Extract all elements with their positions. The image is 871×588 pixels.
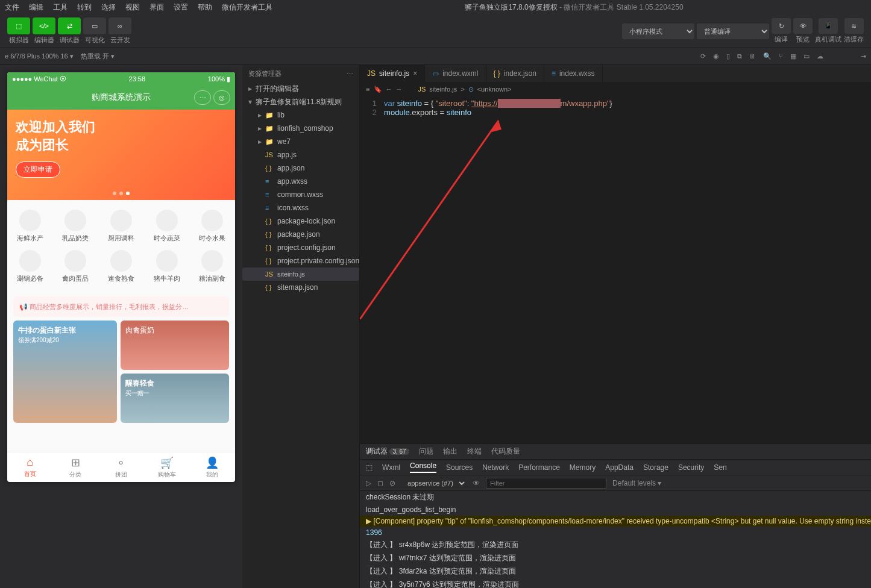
cloud-button[interactable]: ∞ bbox=[108, 17, 131, 34]
devtool-tab[interactable]: Network bbox=[482, 463, 509, 472]
promo-card[interactable]: 肉禽蛋奶 bbox=[121, 321, 229, 370]
menu-view[interactable]: 视图 bbox=[125, 2, 140, 13]
rotate-icon[interactable]: ▯ bbox=[726, 52, 730, 60]
category-item[interactable]: 粮油副食 bbox=[189, 246, 235, 287]
editor-tab[interactable]: ▭index.wxml bbox=[425, 65, 486, 82]
record-icon[interactable]: ◉ bbox=[713, 52, 719, 60]
panel-tab-terminal[interactable]: 终端 bbox=[467, 446, 482, 457]
tree-item[interactable]: { }project.private.config.json bbox=[242, 254, 359, 267]
category-item[interactable]: 涮锅必备 bbox=[7, 246, 53, 287]
inspect-icon[interactable]: ⬚ bbox=[366, 463, 373, 472]
devtool-tab[interactable]: Sources bbox=[446, 463, 473, 472]
close-icon[interactable]: × bbox=[413, 69, 417, 78]
filter-input[interactable] bbox=[486, 478, 606, 489]
collapse-icon[interactable]: ⇥ bbox=[861, 52, 866, 60]
search-icon[interactable]: 🔍 bbox=[763, 52, 772, 60]
console-clear-icon[interactable]: ⊘ bbox=[389, 479, 395, 487]
panel-tab-quality[interactable]: 代码质量 bbox=[491, 446, 520, 457]
panel-tab-debugger[interactable]: 调试器 3, 67 bbox=[366, 446, 409, 457]
banner[interactable]: 欢迎加入我们 成为团长 立即申请 bbox=[7, 110, 235, 200]
category-item[interactable]: 乳品奶类 bbox=[53, 206, 99, 246]
console-stop-icon[interactable]: ◻ bbox=[377, 479, 383, 487]
devtool-tab[interactable]: Security bbox=[678, 463, 704, 472]
simulator-button[interactable]: ⬚ bbox=[7, 17, 30, 34]
tree-item[interactable]: { }package-lock.json bbox=[242, 214, 359, 228]
menu-select[interactable]: 选择 bbox=[101, 2, 116, 13]
menu-goto[interactable]: 转到 bbox=[77, 2, 92, 13]
bc-bookmark-icon[interactable]: 🔖 bbox=[374, 86, 382, 93]
device-select[interactable]: e 6/7/8 Plus 100% 16 ▾ bbox=[5, 52, 74, 60]
context-select[interactable]: appservice (#7) bbox=[401, 478, 467, 489]
promo-card[interactable]: 牛排の蛋白新主张领券满200减20 bbox=[13, 321, 117, 423]
tabbar-item[interactable]: ⚬拼团 bbox=[98, 452, 144, 482]
devtool-tab[interactable]: Storage bbox=[643, 463, 668, 472]
devtool-tab[interactable]: Performance bbox=[518, 463, 560, 472]
editor-tab[interactable]: { }index.json bbox=[486, 65, 544, 82]
ext-icon[interactable]: ▦ bbox=[790, 52, 796, 60]
tabbar-item[interactable]: 🛒购物车 bbox=[144, 452, 190, 482]
tree-item[interactable]: JSapp.js bbox=[242, 148, 359, 161]
tree-item[interactable]: { }app.json bbox=[242, 161, 359, 175]
editor-button[interactable]: </> bbox=[33, 17, 55, 34]
menu-edit[interactable]: 编辑 bbox=[29, 2, 43, 13]
notice-bar[interactable]: 📢 商品经营多维度展示，销量排行，毛利报表，损益分… bbox=[13, 296, 229, 317]
tabbar-item[interactable]: ⌂首页 bbox=[7, 452, 53, 482]
cloud-icon[interactable]: ☁ bbox=[817, 52, 823, 60]
menu-wxdev[interactable]: 微信开发者工具 bbox=[222, 2, 272, 13]
menu-interface[interactable]: 界面 bbox=[149, 2, 164, 13]
tree-item[interactable]: ≡common.wxss bbox=[242, 188, 359, 201]
tree-item[interactable]: JSsiteinfo.js bbox=[242, 267, 359, 281]
bc-back-icon[interactable]: ← bbox=[386, 86, 392, 93]
code-editor[interactable]: 1var siteinfo = { "siteroot": "https://X… bbox=[360, 96, 871, 443]
devtool-tab[interactable]: Sen bbox=[714, 463, 726, 472]
compile-select[interactable]: 普通编译 bbox=[697, 23, 769, 39]
explorer-more-icon[interactable]: ⋯ bbox=[347, 70, 353, 78]
tabbar-item[interactable]: 👤我的 bbox=[189, 452, 235, 482]
realdevice-icon[interactable]: 📱 bbox=[819, 18, 838, 34]
tree-item[interactable]: ▸📁we7 bbox=[242, 135, 359, 148]
compile-icon[interactable]: ↻ bbox=[772, 18, 791, 34]
tree-item[interactable]: ▸📁lionfish_comshop bbox=[242, 122, 359, 135]
panel-tab-problems[interactable]: 问题 bbox=[419, 446, 433, 457]
project-root[interactable]: ▾狮子鱼修复前端11.8新规则 bbox=[242, 95, 359, 108]
capsule-menu-icon[interactable]: ⋯ bbox=[194, 90, 211, 105]
tree-item[interactable]: ≡app.wxss bbox=[242, 175, 359, 188]
bc-fwd-icon[interactable]: → bbox=[396, 86, 403, 93]
preview-icon[interactable]: 👁 bbox=[793, 18, 813, 34]
levels-select[interactable]: Default levels ▾ bbox=[612, 479, 661, 487]
debugger-button[interactable]: ⇄ bbox=[58, 17, 81, 34]
editor-tab[interactable]: ≡index.wxss bbox=[544, 65, 603, 82]
hotreload-toggle[interactable]: 热重载 开 ▾ bbox=[81, 52, 115, 61]
open-editors-section[interactable]: ▸打开的编辑器 bbox=[242, 82, 359, 95]
editor-tab[interactable]: JSsiteinfo.js× bbox=[360, 65, 425, 82]
category-item[interactable]: 速食熟食 bbox=[98, 246, 144, 287]
console-play-icon[interactable]: ▷ bbox=[366, 479, 371, 487]
capsule-close-icon[interactable]: ◎ bbox=[213, 90, 230, 105]
menu-tools[interactable]: 工具 bbox=[53, 2, 68, 13]
menu-help[interactable]: 帮助 bbox=[198, 2, 212, 13]
category-item[interactable]: 厨用调料 bbox=[98, 206, 144, 246]
bc-menu-icon[interactable]: ≡ bbox=[366, 86, 369, 93]
devtool-tab[interactable]: Console bbox=[410, 461, 436, 473]
menu-file[interactable]: 文件 bbox=[5, 2, 19, 13]
tabbar-item[interactable]: ⊞分类 bbox=[53, 452, 99, 482]
eye-icon[interactable]: 👁 bbox=[473, 479, 480, 487]
tree-item[interactable]: ≡icon.wxss bbox=[242, 201, 359, 214]
devtool-tab[interactable]: Memory bbox=[570, 463, 596, 472]
apply-button[interactable]: 立即申请 bbox=[16, 161, 60, 178]
file-icon[interactable]: 🗎 bbox=[749, 52, 756, 60]
refresh-icon[interactable]: ⟳ bbox=[700, 52, 706, 60]
tree-item[interactable]: { }project.config.json bbox=[242, 241, 359, 254]
visual-button[interactable]: ▭ bbox=[83, 17, 106, 34]
category-item[interactable]: 禽肉蛋品 bbox=[53, 246, 99, 287]
box-icon[interactable]: ▭ bbox=[803, 52, 810, 60]
tree-item[interactable]: { }package.json bbox=[242, 228, 359, 241]
promo-card[interactable]: 醒春轻食买一赠一 bbox=[121, 374, 229, 423]
category-item[interactable]: 猪牛羊肉 bbox=[144, 246, 190, 287]
tree-item[interactable]: { }sitemap.json bbox=[242, 281, 359, 294]
category-item[interactable]: 时令水果 bbox=[189, 206, 235, 246]
category-item[interactable]: 海鲜水产 bbox=[7, 206, 53, 246]
menu-settings[interactable]: 设置 bbox=[174, 2, 188, 13]
tree-item[interactable]: ▸📁lib bbox=[242, 108, 359, 122]
git-icon[interactable]: ⑂ bbox=[779, 52, 783, 60]
